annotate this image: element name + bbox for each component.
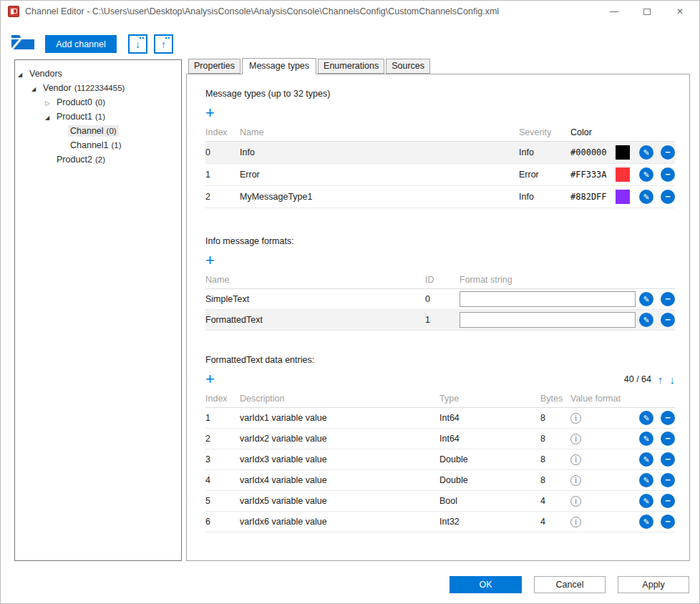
value-format-info-icon[interactable]: i [570, 517, 581, 527]
add-message-type-button[interactable]: + [205, 106, 223, 120]
color-swatch[interactable] [616, 145, 630, 160]
minimize-button[interactable]: — [598, 1, 631, 22]
pencil-icon: ✎ [643, 296, 649, 303]
table-row[interactable]: 2 MyMessageType1 Info #882DFF ✎ − [205, 186, 675, 208]
tree-item-content[interactable]: Product2 (2) [54, 154, 107, 165]
remove-button[interactable]: − [661, 145, 675, 160]
ok-button[interactable]: OK [449, 576, 522, 593]
table-row[interactable]: 4 varIdx4 variable value Double 8 i ✎ − [205, 470, 675, 491]
cell-description: varIdx1 variable value [240, 413, 439, 423]
tree-expander-icon[interactable] [45, 112, 54, 122]
edit-button[interactable]: ✎ [639, 494, 653, 508]
cell-index: 0 [205, 147, 240, 157]
close-button[interactable]: ✕ [663, 1, 696, 22]
column-header: Severity [519, 127, 570, 137]
remove-button[interactable]: − [661, 515, 675, 529]
tree-item-count: (0) [95, 98, 105, 107]
minus-icon: − [665, 413, 671, 422]
remove-button[interactable]: − [661, 494, 675, 508]
edit-button[interactable]: ✎ [639, 292, 653, 306]
remove-button[interactable]: − [661, 432, 675, 446]
open-file-button[interactable] [10, 32, 37, 54]
table-row[interactable]: 2 varIdx2 variable value Int64 8 i ✎ − [205, 429, 675, 449]
column-header: Bytes [540, 394, 570, 404]
add-format-button[interactable]: + [205, 253, 223, 268]
edit-button[interactable]: ✎ [639, 411, 653, 425]
remove-button[interactable]: − [661, 292, 675, 306]
format-string-input[interactable] [460, 312, 636, 328]
tree-item-content[interactable]: Vendors [27, 68, 67, 79]
edit-button[interactable]: ✎ [639, 145, 653, 160]
value-format-info-icon[interactable]: i [570, 434, 581, 444]
tree-item[interactable]: Vendor (1122334455) [15, 81, 181, 95]
export-channels-button[interactable]: ↑ [154, 34, 173, 54]
remove-button[interactable]: − [661, 313, 675, 327]
tree-item-content[interactable]: Channel1 (1) [68, 140, 124, 151]
section-title: Info message formats: [205, 236, 675, 249]
color-swatch[interactable] [616, 190, 630, 204]
edit-button[interactable]: ✎ [639, 190, 653, 204]
table-row[interactable]: SimpleText 0 ✎ − [205, 289, 675, 310]
add-channel-button[interactable]: Add channel [45, 35, 117, 53]
tree-item-content[interactable]: Product1 (1) [54, 111, 107, 122]
table-row[interactable]: 1 varIdx1 variable value Int64 8 i ✎ − [205, 408, 675, 429]
edit-button[interactable]: ✎ [639, 515, 653, 529]
remove-button[interactable]: − [661, 452, 675, 467]
tree-item-content[interactable]: Vendor (1122334455) [41, 82, 127, 94]
tree-item[interactable]: Vendors [15, 67, 181, 81]
move-up-button[interactable]: ↑ [658, 374, 663, 386]
table-row[interactable]: FormattedText 1 ✎ − [205, 310, 675, 331]
table-row[interactable]: 5 varIdx5 variable value Bool 4 i ✎ − [205, 491, 675, 512]
tree-item[interactable]: Product2 (2) [15, 152, 181, 167]
color-swatch[interactable] [616, 167, 630, 182]
tab[interactable]: Enumerations [318, 59, 384, 74]
maximize-icon [643, 9, 651, 15]
apply-button[interactable]: Apply [618, 576, 689, 593]
add-entry-button[interactable]: + [205, 372, 223, 386]
column-header: Name [205, 275, 425, 285]
value-format-info-icon[interactable]: i [570, 496, 581, 507]
cancel-button[interactable]: Cancel [534, 576, 606, 593]
maximize-button[interactable] [631, 1, 663, 22]
value-format-info-icon[interactable]: i [570, 475, 581, 486]
tree-item[interactable]: Channel1 (1) [15, 138, 181, 152]
table-header: Name ID Format string [205, 271, 675, 289]
table-row[interactable]: 0 Info Info #000000 ✎ − [205, 142, 675, 164]
tab[interactable]: Properties [188, 59, 240, 74]
tree-item[interactable]: Product0 (0) [15, 95, 181, 109]
edit-button[interactable]: ✎ [639, 167, 653, 182]
import-channels-button[interactable]: ↓ [128, 34, 147, 54]
table-row[interactable]: 3 varIdx3 variable value Double 8 i ✎ − [205, 449, 675, 470]
edit-button[interactable]: ✎ [639, 473, 653, 487]
remove-button[interactable]: − [661, 190, 675, 204]
message-types-panel: Message types (up to 32 types) + Index N… [186, 74, 690, 561]
edit-button[interactable]: ✎ [639, 313, 653, 327]
tree-item-content[interactable]: Channel (0) [68, 125, 119, 137]
table-row[interactable]: 6 varIdx6 variable value Int32 4 i ✎ − [205, 512, 675, 532]
tree-item-label: Channel [70, 126, 104, 136]
column-header: Description [240, 394, 439, 404]
tab[interactable]: Sources [386, 59, 430, 74]
section-title: FormattedText data entries: [205, 355, 675, 368]
cell-bytes: 8 [540, 434, 570, 444]
tree-item[interactable]: Product1 (1) [15, 109, 181, 124]
remove-button[interactable]: − [661, 167, 675, 182]
tree-item[interactable]: Channel (0) [15, 124, 181, 138]
remove-button[interactable]: − [661, 411, 675, 425]
value-format-info-icon[interactable]: i [570, 413, 581, 424]
tree-expander-icon[interactable] [31, 83, 41, 93]
tree-item-count: (1) [95, 112, 105, 121]
tab[interactable]: Message types [242, 58, 316, 74]
tree-item-count: (0) [107, 127, 117, 135]
move-down-button[interactable]: ↓ [670, 374, 676, 386]
add-channel-label: Add channel [56, 39, 106, 49]
value-format-info-icon[interactable]: i [570, 454, 581, 465]
edit-button[interactable]: ✎ [639, 432, 653, 446]
tree-expander-icon[interactable] [18, 69, 27, 79]
remove-button[interactable]: − [661, 473, 675, 487]
edit-button[interactable]: ✎ [639, 452, 653, 467]
table-row[interactable]: 1 Error Error #FF333A ✎ − [205, 164, 675, 186]
format-string-input[interactable] [460, 291, 636, 307]
tree-expander-icon[interactable] [45, 97, 54, 107]
tree-item-content[interactable]: Product0 (0) [54, 97, 107, 108]
